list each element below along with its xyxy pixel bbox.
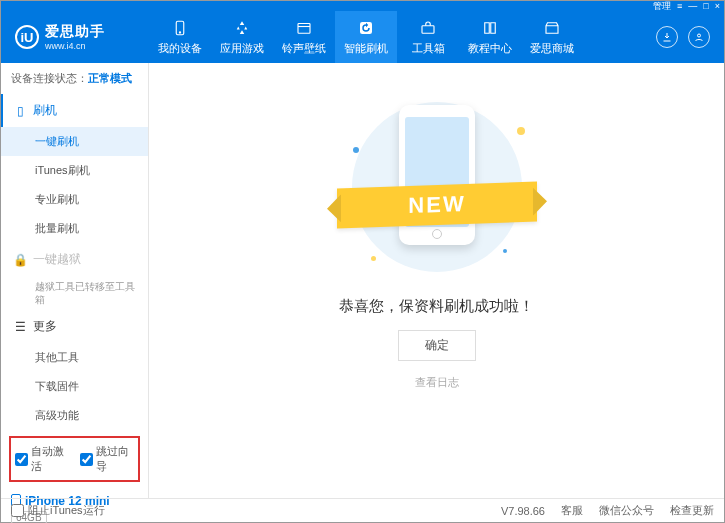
nav-apps[interactable]: 应用游戏	[211, 11, 273, 63]
svg-point-1	[179, 32, 180, 33]
titlebar: 管理 ≡ — □ ×	[1, 1, 724, 11]
nav-label: 我的设备	[158, 41, 202, 56]
body: 设备连接状态：正常模式 ▯ 刷机 一键刷机 iTunes刷机 专业刷机 批量刷机…	[1, 63, 724, 498]
book-icon	[480, 18, 500, 38]
nav-label: 工具箱	[412, 41, 445, 56]
svg-rect-2	[298, 24, 310, 34]
app-window: 管理 ≡ — □ × iU 爱思助手 www.i4.cn 我的设备 应用游戏	[0, 0, 725, 523]
header-right	[642, 26, 724, 48]
checkbox-block-itunes-input[interactable]	[11, 504, 24, 517]
nav-label: 爱思商城	[530, 41, 574, 56]
section-more-title: 更多	[33, 318, 57, 335]
phone-icon	[170, 18, 190, 38]
folder-icon	[294, 18, 314, 38]
minimize-icon[interactable]: —	[688, 1, 697, 11]
top-nav: 我的设备 应用游戏 铃声壁纸 智能刷机 工具箱 教程中心	[149, 11, 642, 63]
nav-label: 教程中心	[468, 41, 512, 56]
section-jailbreak: 🔒 一键越狱 越狱工具已转移至工具箱	[1, 243, 148, 310]
checkbox-block-itunes[interactable]: 阻止iTunes运行	[11, 503, 105, 518]
checkbox-auto-activate-input[interactable]	[15, 453, 28, 466]
section-jailbreak-title: 一键越狱	[33, 251, 81, 268]
checkbox-skip-guide[interactable]: 跳过向导	[80, 444, 135, 474]
logo[interactable]: iU 爱思助手 www.i4.cn	[1, 23, 149, 51]
list-icon: ☰	[13, 320, 27, 334]
section-flash-title: 刷机	[33, 102, 57, 119]
nav-my-device[interactable]: 我的设备	[149, 11, 211, 63]
menu-icon[interactable]: ≡	[677, 1, 682, 11]
section-jailbreak-header[interactable]: 🔒 一键越狱	[1, 243, 148, 276]
svg-point-5	[698, 34, 701, 37]
nav-flash[interactable]: 智能刷机	[335, 11, 397, 63]
svg-rect-4	[422, 26, 434, 34]
new-banner: NEW	[337, 182, 537, 229]
customer-service-link[interactable]: 客服	[561, 503, 583, 518]
sidebar-item-oneclick-flash[interactable]: 一键刷机	[1, 127, 148, 156]
section-more-header[interactable]: ☰ 更多	[1, 310, 148, 343]
jailbreak-note: 越狱工具已转移至工具箱	[1, 276, 148, 310]
wechat-link[interactable]: 微信公众号	[599, 503, 654, 518]
checkbox-skip-guide-input[interactable]	[80, 453, 93, 466]
user-icon[interactable]	[688, 26, 710, 48]
brand-site: www.i4.cn	[45, 41, 105, 51]
status-label: 设备连接状态：	[11, 72, 88, 84]
success-message: 恭喜您，保资料刷机成功啦！	[339, 297, 534, 316]
sidebar: 设备连接状态：正常模式 ▯ 刷机 一键刷机 iTunes刷机 专业刷机 批量刷机…	[1, 63, 149, 498]
store-icon	[542, 18, 562, 38]
lock-icon: 🔒	[13, 253, 27, 267]
header: iU 爱思助手 www.i4.cn 我的设备 应用游戏 铃声壁纸 智能刷机	[1, 11, 724, 63]
phone-small-icon: ▯	[13, 104, 27, 118]
nav-label: 智能刷机	[344, 41, 388, 56]
brand-name: 爱思助手	[45, 23, 105, 41]
view-log-link[interactable]: 查看日志	[415, 375, 459, 390]
nav-ringtone[interactable]: 铃声壁纸	[273, 11, 335, 63]
footer: 阻止iTunes运行 V7.98.66 客服 微信公众号 检查更新	[1, 498, 724, 522]
status-value: 正常模式	[88, 72, 132, 84]
main-panel: NEW 恭喜您，保资料刷机成功啦！ 确定 查看日志	[149, 63, 724, 498]
check-update-link[interactable]: 检查更新	[670, 503, 714, 518]
checkbox-auto-activate[interactable]: 自动激活	[15, 444, 70, 474]
highlighted-checkbox-block: 自动激活 跳过向导	[9, 436, 140, 482]
section-flash-header[interactable]: ▯ 刷机	[1, 94, 148, 127]
nav-store[interactable]: 爱思商城	[521, 11, 583, 63]
section-flash: ▯ 刷机 一键刷机 iTunes刷机 专业刷机 批量刷机	[1, 94, 148, 243]
version-label: V7.98.66	[501, 505, 545, 517]
ok-button[interactable]: 确定	[398, 330, 476, 361]
refresh-icon	[356, 18, 376, 38]
nav-label: 应用游戏	[220, 41, 264, 56]
window-controls: 管理 ≡ — □ ×	[653, 1, 720, 11]
sidebar-item-other-tools[interactable]: 其他工具	[1, 343, 148, 372]
sidebar-item-download-fw[interactable]: 下载固件	[1, 372, 148, 401]
apps-icon	[232, 18, 252, 38]
logo-icon: iU	[15, 25, 39, 49]
sidebar-item-pro-flash[interactable]: 专业刷机	[1, 185, 148, 214]
maximize-icon[interactable]: □	[703, 1, 708, 11]
sidebar-item-batch-flash[interactable]: 批量刷机	[1, 214, 148, 243]
manage-link[interactable]: 管理	[653, 0, 671, 13]
toolbox-icon	[418, 18, 438, 38]
connection-status: 设备连接状态：正常模式	[1, 63, 148, 94]
nav-toolbox[interactable]: 工具箱	[397, 11, 459, 63]
close-icon[interactable]: ×	[715, 1, 720, 11]
success-illustration: NEW	[347, 97, 527, 277]
download-icon[interactable]	[656, 26, 678, 48]
sidebar-item-itunes-flash[interactable]: iTunes刷机	[1, 156, 148, 185]
nav-label: 铃声壁纸	[282, 41, 326, 56]
nav-tutorial[interactable]: 教程中心	[459, 11, 521, 63]
sidebar-item-advanced[interactable]: 高级功能	[1, 401, 148, 430]
section-more: ☰ 更多 其他工具 下载固件 高级功能	[1, 310, 148, 430]
